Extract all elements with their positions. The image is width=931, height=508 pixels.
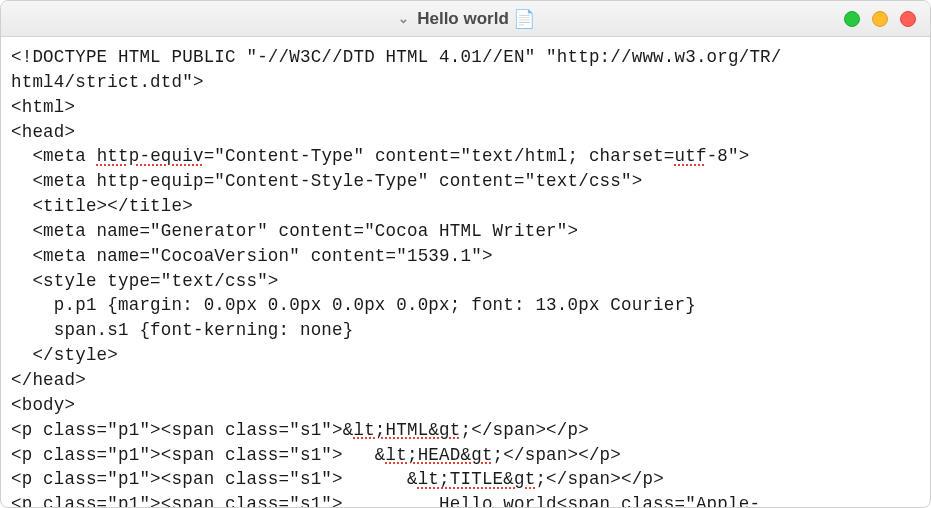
code-line: <title></title>	[11, 196, 193, 216]
code-line: -8">	[707, 146, 750, 166]
spell-error: lt;HTML&gt	[353, 420, 460, 440]
code-line: <p class="p1"><span class="s1">&	[11, 420, 353, 440]
code-line: ;</span></p>	[535, 469, 663, 489]
code-line: <p class="p1"><span class="s1"> Hello wo…	[11, 494, 760, 507]
code-line: ="Content-Type" content="text/html; char…	[204, 146, 675, 166]
code-line: ;</span></p>	[493, 445, 621, 465]
code-line: <p class="p1"><span class="s1"> &	[11, 469, 418, 489]
window-title: Hello world	[417, 9, 509, 29]
code-line: <style type="text/css">	[11, 271, 279, 291]
spell-error: lt;HEAD&gt	[386, 445, 493, 465]
document-icon[interactable]: 📄	[515, 9, 533, 29]
code-line: html4/strict.dtd">	[11, 72, 204, 92]
spell-error: http-equiv	[97, 146, 204, 166]
spell-error: utf	[675, 146, 707, 166]
code-line: <p class="p1"><span class="s1"> &	[11, 445, 386, 465]
code-line: <html>	[11, 97, 75, 117]
chevron-down-icon[interactable]: ⌄	[398, 11, 409, 26]
code-line: </style>	[11, 345, 118, 365]
code-line: ;</span></p>	[461, 420, 589, 440]
code-line: <meta name="Generator" content="Cocoa HT…	[11, 221, 578, 241]
close-button[interactable]	[900, 11, 916, 27]
code-line: <meta http-equip="Content-Style-Type" co…	[11, 171, 642, 191]
code-line: p.p1 {margin: 0.0px 0.0px 0.0px 0.0px; f…	[11, 295, 696, 315]
code-line: <meta	[11, 146, 97, 166]
spell-error: lt;TITLE&gt	[418, 469, 536, 489]
editor-window: ⌄ Hello world 📄 <!DOCTYPE HTML PUBLIC "-…	[0, 0, 931, 508]
code-line: <!DOCTYPE HTML PUBLIC "-//W3C//DTD HTML …	[11, 47, 782, 67]
code-line: </head>	[11, 370, 86, 390]
code-line: <head>	[11, 122, 75, 142]
minimize-button[interactable]	[872, 11, 888, 27]
titlebar[interactable]: ⌄ Hello world 📄	[1, 1, 930, 37]
title-wrap: ⌄ Hello world 📄	[398, 9, 533, 29]
code-line: <meta name="CocoaVersion" content="1539.…	[11, 246, 493, 266]
text-editor-content[interactable]: <!DOCTYPE HTML PUBLIC "-//W3C//DTD HTML …	[1, 37, 930, 507]
traffic-lights	[844, 11, 916, 27]
code-line: span.s1 {font-kerning: none}	[11, 320, 353, 340]
code-line: <body>	[11, 395, 75, 415]
zoom-button[interactable]	[844, 11, 860, 27]
